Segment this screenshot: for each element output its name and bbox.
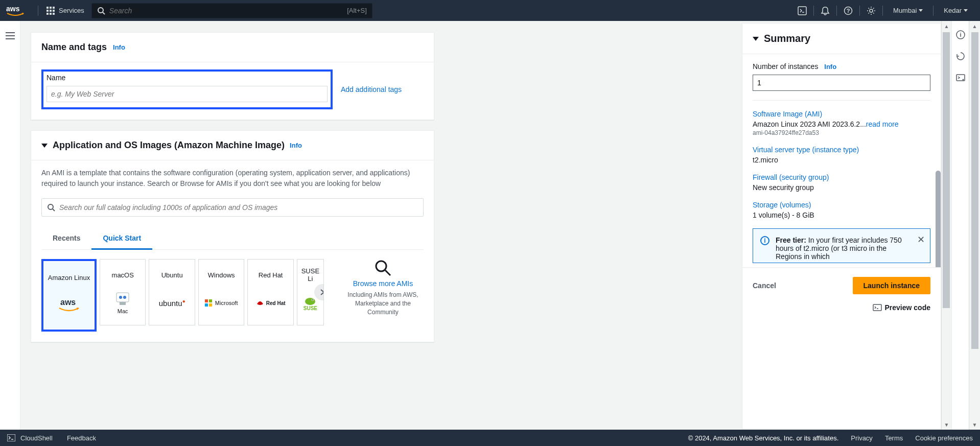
scroll-up-icon[interactable]: ▲ — [969, 21, 980, 31]
scrollbar[interactable] — [936, 171, 941, 267]
svg-line-11 — [53, 209, 55, 211]
ami-search[interactable] — [41, 198, 424, 217]
ami-id: ami-04a37924ffe27da53 — [753, 129, 930, 136]
svg-line-25 — [385, 270, 390, 275]
close-icon[interactable]: ✕ — [917, 234, 925, 245]
svg-text:?: ? — [847, 8, 850, 14]
scroll-down-icon[interactable]: ▼ — [969, 419, 980, 430]
cloudshell-icon[interactable] — [795, 4, 809, 18]
svg-rect-20 — [209, 303, 212, 307]
terms-link[interactable]: Terms — [885, 434, 903, 442]
feedback-link[interactable]: Feedback — [67, 434, 96, 442]
ami-description: An AMI is a template that contains the s… — [41, 168, 424, 189]
settings-icon[interactable] — [864, 4, 878, 18]
mac-icon: Mac — [114, 290, 131, 316]
browse-more-link[interactable]: Browse more AMIs — [353, 279, 413, 288]
cloudshell-link[interactable]: CloudShell — [20, 434, 53, 442]
info-link[interactable]: Info — [824, 63, 836, 71]
os-tile-suse[interactable]: SUSE Li SUSE — [297, 259, 324, 325]
os-tile-amazon-linux[interactable]: Amazon Linux aws — [44, 262, 94, 328]
preview-code-button[interactable]: Preview code — [742, 303, 941, 317]
os-tile-windows[interactable]: Windows Microsoft — [198, 259, 244, 325]
tab-recents[interactable]: Recents — [41, 228, 91, 249]
svg-rect-19 — [205, 303, 208, 307]
storage-link[interactable]: Storage (volumes) — [753, 201, 930, 209]
summary-title: Summary — [764, 33, 810, 44]
svg-line-2 — [103, 12, 105, 14]
svg-point-16 — [123, 296, 126, 299]
search-shortcut: [Alt+S] — [347, 7, 367, 14]
chevron-down-icon — [919, 9, 923, 12]
svg-point-10 — [48, 204, 53, 209]
cookie-link[interactable]: Cookie preferences — [915, 434, 973, 442]
read-more-link[interactable]: read more — [866, 120, 899, 128]
notifications-icon[interactable] — [818, 4, 832, 18]
chevron-right-icon — [319, 289, 324, 295]
info-link[interactable]: Info — [113, 43, 125, 51]
ami-search-input[interactable] — [59, 203, 418, 212]
instance-type-value: t2.micro — [753, 156, 778, 164]
name-label: Name — [46, 74, 65, 82]
svg-point-21 — [305, 298, 315, 305]
help-icon[interactable]: ? — [841, 4, 855, 18]
free-tier-notice: i ✕ Free tier: In your first year includ… — [753, 228, 930, 263]
ami-link[interactable]: Software Image (AMI) — [753, 110, 930, 118]
collapse-icon[interactable] — [41, 144, 48, 148]
svg-point-15 — [119, 296, 122, 299]
firewall-value: New security group — [753, 183, 814, 192]
os-tile-redhat[interactable]: Red Hat Red Hat — [247, 259, 293, 325]
region-selector[interactable]: Mumbai — [887, 7, 929, 14]
svg-rect-14 — [120, 302, 126, 305]
global-search[interactable]: [Alt+S] — [91, 3, 372, 18]
cloudshell-icon — [7, 434, 15, 441]
browse-amis: Browse more AMIs Including AMIs from AWS… — [342, 259, 424, 332]
cli-panel-icon[interactable] — [956, 73, 965, 82]
os-tiles-row: Amazon Linux aws macOS Mac — [41, 259, 424, 332]
svg-rect-17 — [205, 299, 208, 302]
num-instances-input[interactable] — [753, 75, 930, 91]
cancel-button[interactable]: Cancel — [753, 281, 776, 290]
window-scrollbar[interactable]: ▲ ▼ — [969, 21, 980, 430]
copyright: © 2024, Amazon Web Services, Inc. or its… — [688, 434, 839, 442]
collapse-icon[interactable] — [753, 37, 759, 41]
info-icon: i — [760, 236, 769, 245]
divider — [38, 6, 38, 16]
privacy-link[interactable]: Privacy — [851, 434, 873, 442]
tab-quick-start[interactable]: Quick Start — [91, 228, 152, 250]
hamburger-icon — [6, 32, 15, 39]
help-panel-icon[interactable] — [956, 52, 965, 61]
grid-icon — [46, 7, 55, 15]
add-tags-link[interactable]: Add additional tags — [341, 85, 402, 93]
instance-type-link[interactable]: Virtual server type (instance type) — [753, 146, 930, 154]
svg-text:i: i — [960, 32, 961, 38]
search-icon — [47, 203, 55, 212]
account-menu[interactable]: Kedar — [938, 7, 974, 14]
name-and-tags-card: Name and tags Info Name Add additional t… — [31, 32, 434, 120]
name-highlight-box: Name — [41, 69, 333, 109]
top-nav: aws Services [Alt+S] ? Mumbai Kedar — [0, 0, 980, 21]
firewall-link[interactable]: Firewall (security group) — [753, 173, 930, 181]
search-input[interactable] — [109, 7, 347, 15]
services-button[interactable]: Services — [42, 7, 88, 15]
content-scrollbar[interactable]: ▲ ▼ — [941, 21, 951, 430]
instance-name-input[interactable] — [46, 86, 328, 102]
search-icon — [97, 7, 105, 15]
aws-logo[interactable]: aws — [6, 5, 25, 16]
scroll-up-icon[interactable]: ▲ — [942, 21, 951, 31]
scroll-thumb[interactable] — [971, 32, 978, 349]
scroll-down-icon[interactable]: ▼ — [942, 419, 951, 430]
footer: CloudShell Feedback © 2024, Amazon Web S… — [0, 430, 980, 446]
num-instances-label: Number of instances — [753, 62, 818, 71]
os-tile-ubuntu[interactable]: Ubuntu ubuntu● — [149, 259, 195, 325]
info-link[interactable]: Info — [290, 142, 302, 149]
os-tile-macos[interactable]: macOS Mac — [100, 259, 146, 325]
launch-instance-button[interactable]: Launch instance — [853, 277, 930, 294]
info-panel-icon[interactable]: i — [956, 30, 965, 39]
side-nav-toggle[interactable] — [0, 21, 20, 430]
svg-point-6 — [870, 9, 873, 12]
right-rail: i — [951, 21, 969, 430]
name-and-tags-title: Name and tags — [41, 42, 107, 53]
chevron-down-icon — [964, 9, 968, 12]
main-content: Name and tags Info Name Add additional t… — [20, 21, 740, 430]
scroll-thumb[interactable] — [943, 32, 950, 308]
